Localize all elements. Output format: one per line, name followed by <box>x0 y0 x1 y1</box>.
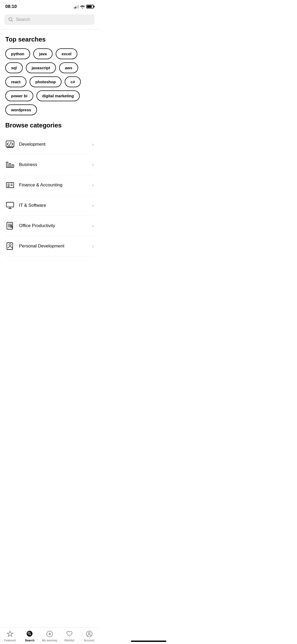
search-icon <box>8 17 13 22</box>
search-bar[interactable]: Search <box>4 14 95 25</box>
chevron-right-icon: › <box>92 182 94 188</box>
category-development[interactable]: Development › <box>5 134 94 155</box>
chevron-right-icon: › <box>92 162 94 168</box>
category-finance[interactable]: Finance & Accounting › <box>5 175 94 195</box>
tag-python[interactable]: python <box>5 48 30 59</box>
status-icons <box>74 5 94 8</box>
svg-rect-5 <box>6 182 14 188</box>
tag-csharp[interactable]: c# <box>65 76 81 87</box>
tags-container: python java excel sql javascript aws rea… <box>5 48 94 115</box>
divider <box>0 29 99 29</box>
search-placeholder: Search <box>16 17 30 22</box>
tag-powerbi[interactable]: power bi <box>5 90 33 101</box>
personal-dev-icon <box>5 241 15 251</box>
svg-rect-4 <box>12 165 14 167</box>
status-bar: 08:10 <box>0 0 99 12</box>
category-business-label: Business <box>19 162 37 167</box>
battery-icon <box>86 5 94 8</box>
category-it-label: IT & Software <box>19 203 46 208</box>
category-personal-dev[interactable]: Personal Development › <box>5 236 94 256</box>
tag-java[interactable]: java <box>33 48 53 59</box>
category-it[interactable]: IT & Software › <box>5 195 94 216</box>
code-icon <box>5 140 15 149</box>
category-personal-dev-label: Personal Development <box>19 243 64 249</box>
search-container: Search <box>0 12 99 29</box>
tag-react[interactable]: react <box>5 76 26 87</box>
top-searches-section: Top searches python java excel sql javas… <box>0 36 99 115</box>
chevron-right-icon: › <box>92 142 94 147</box>
chevron-right-icon: › <box>92 223 94 229</box>
svg-rect-2 <box>6 162 8 167</box>
category-office-label: Office Productivity <box>19 223 55 228</box>
tag-excel[interactable]: excel <box>56 48 77 59</box>
finance-icon <box>5 180 15 190</box>
category-finance-label: Finance & Accounting <box>19 182 62 188</box>
tag-wordpress[interactable]: wordpress <box>5 104 37 115</box>
svg-rect-3 <box>9 164 11 167</box>
tag-javascript[interactable]: javascript <box>26 62 56 73</box>
tag-aws[interactable]: aws <box>59 62 78 73</box>
tag-photoshop[interactable]: photoshop <box>30 76 62 87</box>
category-office[interactable]: Office Productivity › <box>5 216 94 236</box>
category-business[interactable]: Business › <box>5 155 94 175</box>
browse-categories-title: Browse categories <box>5 122 94 129</box>
top-searches-title: Top searches <box>5 36 94 43</box>
chevron-right-icon: › <box>92 203 94 208</box>
business-icon <box>5 160 15 169</box>
office-icon <box>5 221 15 231</box>
chevron-right-icon: › <box>92 243 94 249</box>
status-time: 08:10 <box>5 4 17 9</box>
category-development-label: Development <box>19 142 45 147</box>
tag-digitalmarketing[interactable]: digital marketing <box>36 90 80 101</box>
wifi-icon <box>80 5 85 8</box>
browse-categories-section: Browse categories Development › <box>0 122 99 256</box>
signal-icon <box>74 5 79 8</box>
svg-rect-6 <box>6 202 14 207</box>
svg-point-10 <box>9 244 11 246</box>
it-icon <box>5 201 15 210</box>
tag-sql[interactable]: sql <box>5 62 23 73</box>
svg-rect-7 <box>7 222 13 229</box>
